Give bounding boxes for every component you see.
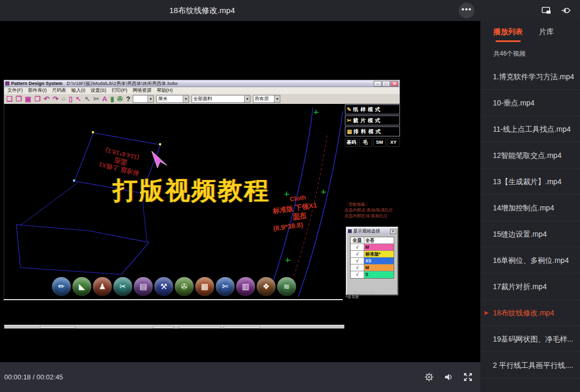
cad-menu-item[interactable]: 输入(I) bbox=[71, 87, 86, 94]
cad-size-combo[interactable]: ▼ bbox=[133, 95, 154, 103]
cad-toolbar-icon[interactable]: ▮ bbox=[110, 94, 114, 103]
cad-toolbar-icon[interactable]: ? bbox=[126, 94, 130, 103]
cad-close-button[interactable]: ✕ bbox=[391, 81, 398, 87]
dock-tool-icon[interactable]: ♟ bbox=[93, 277, 112, 296]
spec-checkbox[interactable]: √ bbox=[351, 251, 364, 257]
dock-tool-icon[interactable]: ✏ bbox=[52, 277, 71, 296]
playlist-item[interactable]: ▶ 16单裥位、多裥位.mp4 bbox=[480, 247, 580, 273]
cad-minimize-button[interactable]: – bbox=[374, 81, 382, 87]
playlist-item-label: 11-线上点工具找点.mp4 bbox=[493, 125, 571, 133]
settings-gear-icon[interactable] bbox=[424, 372, 434, 382]
spec-row[interactable]: √ M bbox=[351, 244, 394, 251]
spec-row[interactable]: √ 标准版* bbox=[351, 251, 394, 258]
spec-row[interactable]: √ M bbox=[351, 264, 394, 271]
more-options-button[interactable]: ••• bbox=[459, 3, 474, 18]
cad-menu-item[interactable]: 文件(F) bbox=[7, 87, 23, 94]
grade-button[interactable]: 毛 bbox=[359, 138, 372, 147]
dock-tool-icon[interactable]: ⚒ bbox=[154, 277, 173, 296]
cad-right-panel: ✎ 纸样模式 ✂ 裁片模式 ▤ 排料模式 基码毛SMXY bbox=[344, 104, 400, 301]
spec-checkbox[interactable]: √ bbox=[351, 244, 364, 250]
mode-button[interactable]: ▤ 排料模式 bbox=[345, 126, 400, 136]
dock-tool-icon[interactable]: ✇ bbox=[175, 277, 194, 296]
spec-size-label: S bbox=[364, 271, 394, 278]
cad-menu-item[interactable]: 部件库(I) bbox=[28, 87, 47, 94]
volume-icon[interactable] bbox=[444, 372, 454, 382]
cad-app-icon bbox=[5, 81, 9, 86]
playlist-item[interactable]: ▶ 13【生成裁片】.mp4 bbox=[480, 168, 580, 195]
cad-menu-item[interactable]: 帮助(H) bbox=[157, 87, 173, 94]
cad-toolbar-icon[interactable]: ✇ bbox=[117, 94, 123, 103]
grade-button[interactable]: 基码 bbox=[345, 138, 358, 147]
dialog-title-bar[interactable]: 显示规格选择 ✕ bbox=[347, 228, 397, 235]
cad-toolbar-icon[interactable]: ↖ bbox=[85, 94, 90, 103]
col-all-show[interactable]: 全显 bbox=[351, 237, 364, 243]
dock-tool-icon[interactable]: ▥ bbox=[236, 277, 255, 296]
cad-toolbar: ❏❐▣❒↶↷○▯↖↖✂A▮✇? ▼ 厘米▼ 全部面料▼ 所有层▼ bbox=[4, 94, 400, 104]
cad-layer-combo[interactable]: 所有层▼ bbox=[253, 95, 280, 103]
dock-pin-icon[interactable] bbox=[561, 5, 571, 16]
cad-toolbar-icon[interactable]: ○ bbox=[61, 94, 66, 103]
playlist-item-label: 10-垂点.mp4 bbox=[493, 99, 534, 107]
playlist-item[interactable]: ▶ 18布纹线修改.mp4 bbox=[480, 300, 580, 326]
sidebar-tabs: 播放列表 片库 bbox=[480, 21, 580, 45]
dialog-title: 显示规格选择 bbox=[353, 228, 380, 235]
cad-menu-item[interactable]: 网络资源 bbox=[133, 87, 152, 94]
cad-menu-item[interactable]: 打印(P) bbox=[112, 87, 128, 94]
cad-toolbar-icon[interactable]: ❒ bbox=[35, 94, 41, 103]
dock-tool-icon[interactable]: ≋ bbox=[277, 277, 296, 296]
cad-toolbar-icon[interactable]: ↶ bbox=[44, 94, 49, 103]
spec-checkbox[interactable]: √ bbox=[351, 258, 364, 264]
dock-tool-icon[interactable]: ❖ bbox=[257, 277, 276, 296]
tab-playlist[interactable]: 播放列表 bbox=[493, 21, 523, 45]
grade-button[interactable]: SM bbox=[373, 138, 386, 147]
playlist-item[interactable]: ▶ 10-垂点.mp4 bbox=[480, 90, 580, 116]
spec-checkbox[interactable]: √ bbox=[351, 271, 364, 278]
grade-button[interactable]: XY bbox=[387, 138, 400, 147]
spec-row[interactable]: √ XS bbox=[351, 258, 394, 264]
playlist: ▶ 1.博克软件学习方法.mp4 ▶ 10-垂点.mp4 ▶ 11-线上点工具找… bbox=[480, 63, 580, 378]
playlist-item[interactable]: ▶ 14增加控制点.mp4 bbox=[480, 195, 580, 221]
dialog-close-icon[interactable]: ✕ bbox=[390, 229, 396, 234]
cad-status-bar bbox=[4, 325, 344, 329]
playlist-item[interactable]: ▶ 19基码网状图、净毛样... bbox=[480, 326, 580, 352]
cad-toolbar-icon[interactable]: ❐ bbox=[16, 94, 22, 103]
playlist-item[interactable]: ▶ 17裁片对折.mp4 bbox=[480, 273, 580, 300]
cad-menu-item[interactable]: 尺码表 bbox=[52, 87, 66, 94]
spec-checkbox[interactable]: √ bbox=[351, 264, 364, 271]
spec-row[interactable]: √ S bbox=[351, 271, 394, 278]
dock-tool-icon[interactable]: ✂ bbox=[113, 277, 132, 296]
playlist-item[interactable]: ▶ 15缝边设置.mp4 bbox=[480, 221, 580, 247]
dock-tool-icon[interactable]: ▤ bbox=[134, 277, 153, 296]
cad-restore-button[interactable]: □ bbox=[382, 81, 390, 87]
playlist-item[interactable]: ▶ 2 平行线工具画平行线.... bbox=[480, 352, 580, 378]
mini-window-icon[interactable] bbox=[541, 5, 552, 16]
svg-text:面布: 面布 bbox=[292, 211, 307, 221]
cad-toolbar-icon[interactable]: ↖ bbox=[76, 94, 81, 103]
video-display-area[interactable]: Pattern Design System D:\V18F(板)\ModalLi… bbox=[0, 21, 480, 362]
playlist-item[interactable]: ▶ 11-线上点工具找点.mp4 bbox=[480, 116, 580, 142]
playlist-item[interactable]: ▶ 12智能笔取交点.mp4 bbox=[480, 142, 580, 168]
fullscreen-icon[interactable] bbox=[463, 372, 473, 382]
playlist-item[interactable]: ▶ 1.博克软件学习方法.mp4 bbox=[480, 63, 580, 90]
mode-button[interactable]: ✂ 裁片模式 bbox=[345, 115, 400, 125]
tab-library[interactable]: 片库 bbox=[539, 21, 554, 45]
dock-tool-icon[interactable]: ✄ bbox=[216, 277, 235, 296]
mode-button[interactable]: ✎ 纸样模式 bbox=[345, 104, 400, 114]
dock-tool-icon[interactable]: ◣ bbox=[72, 277, 91, 296]
col-all-no[interactable]: 全否 bbox=[364, 237, 394, 243]
cad-toolbar-icon[interactable]: ❏ bbox=[6, 94, 13, 103]
cad-unit-combo[interactable]: 厘米▼ bbox=[156, 95, 189, 103]
point-markers bbox=[284, 110, 326, 262]
playlist-item-label: 17裁片对折.mp4 bbox=[493, 282, 547, 291]
video-title: 18布纹线修改.mp4 bbox=[0, 0, 404, 21]
cad-toolbar-icon[interactable]: A bbox=[102, 94, 107, 103]
dock-tool-icon[interactable]: ▦ bbox=[195, 277, 214, 296]
cad-toolbar-icon[interactable]: ↷ bbox=[52, 94, 58, 103]
cad-toolbar-icon[interactable]: ✂ bbox=[93, 94, 99, 103]
cad-toolbar-icon[interactable]: ▣ bbox=[25, 94, 31, 103]
cad-toolbar-icon[interactable]: ▯ bbox=[69, 94, 72, 103]
cad-title-bar: Pattern Design System D:\V18F(板)\ModalLi… bbox=[4, 80, 400, 87]
cad-menu-item[interactable]: 设置(S) bbox=[91, 87, 107, 94]
cad-fabric-combo[interactable]: 全部面料▼ bbox=[192, 95, 250, 103]
spec-table-header: 全显 全否 bbox=[351, 237, 394, 244]
